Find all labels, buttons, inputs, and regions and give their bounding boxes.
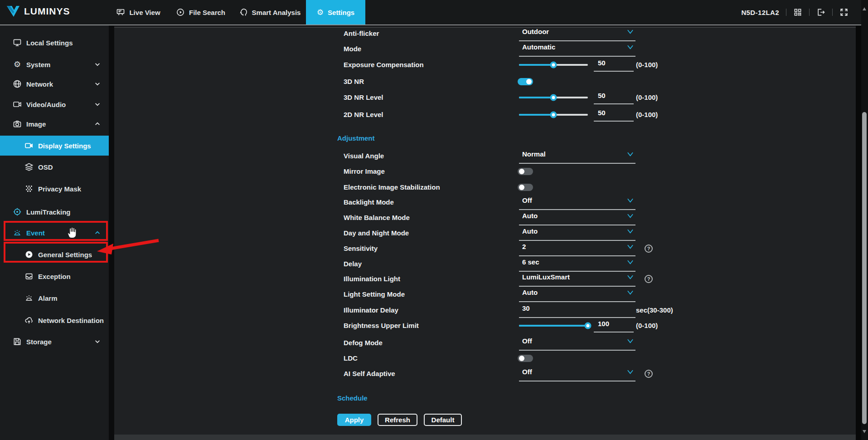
camera-icon (13, 119, 22, 128)
delay-dropdown[interactable]: 6 sec (519, 256, 635, 272)
default-button[interactable]: Default (424, 414, 462, 426)
anti-flicker-dropdown[interactable]: Outdoor (519, 26, 635, 41)
illuminator-delay-input[interactable]: 30 (519, 303, 635, 318)
content-right-divider (856, 25, 861, 440)
brightness-upper-limit-slider[interactable] (519, 324, 588, 328)
monitor-icon (13, 38, 22, 47)
scroll-down-arrow[interactable] (863, 430, 866, 433)
tab-file-search[interactable]: File Search (170, 0, 231, 24)
sidebar-item-storage[interactable]: Storage (0, 332, 109, 352)
3d-nr-level-slider[interactable] (519, 96, 588, 99)
illumination-light-dropdown[interactable]: LumiLuxSmart (519, 271, 635, 287)
3d-nr-toggle[interactable] (518, 78, 533, 85)
sidebar-item-privacy-mask[interactable]: Privacy Mask (0, 179, 109, 199)
play-circle-icon (24, 250, 34, 259)
exposure-compensation-input[interactable]: 50 (594, 57, 634, 72)
chevron-down-icon (627, 44, 634, 50)
slider-thumb[interactable] (550, 112, 557, 118)
mode-dropdown[interactable]: Automatic (519, 41, 635, 57)
ldc-toggle[interactable] (518, 355, 533, 362)
field-label: Brightness Upper Limit (344, 320, 419, 331)
slider-fill (519, 325, 588, 327)
sidebar-item-lumitracking[interactable]: LumiTracking (0, 202, 109, 222)
brightness-upper-limit-input[interactable]: 100 (594, 318, 634, 332)
sidebar-item-network-destination[interactable]: Network Destination (0, 310, 109, 330)
sidebar-item-label: Image (26, 120, 46, 128)
globe-icon (13, 79, 22, 88)
tab-smart-analysis[interactable]: Smart Analysis (233, 0, 306, 24)
fullscreen-icon[interactable] (839, 8, 849, 17)
2d-nr-level-input[interactable]: 50 (594, 107, 634, 122)
dropdown-value: Off (519, 335, 635, 347)
tab-settings[interactable]: ⚙ Settings (306, 0, 365, 24)
dropdown-value: Outdoor (519, 26, 635, 38)
scrollbar-thumb[interactable] (862, 112, 867, 424)
chevron-down-icon (627, 369, 634, 375)
logout-icon[interactable] (816, 8, 825, 17)
form-row: LDC (114, 353, 856, 364)
visual-angle-dropdown[interactable]: Normal (519, 148, 635, 164)
horizontal-scrollbar-track[interactable] (114, 435, 856, 440)
chevron-up-icon (94, 230, 101, 236)
chevron-down-icon (627, 198, 634, 203)
tab-live-view[interactable]: Live View (109, 0, 168, 24)
range-hint: (0-100) (636, 92, 658, 103)
sidebar-item-event[interactable]: Event (0, 223, 109, 243)
2d-nr-level-slider[interactable] (519, 113, 588, 117)
dropdown-value: Auto (519, 225, 635, 237)
defog-mode-dropdown[interactable]: Off (519, 335, 635, 351)
eis-toggle[interactable] (518, 184, 533, 191)
vertical-scrollbar[interactable] (861, 0, 868, 440)
help-icon[interactable] (645, 275, 653, 283)
topright-toolbar: N5D-12LA2 (741, 0, 849, 24)
help-icon[interactable] (645, 244, 653, 253)
sidebar-item-label: Network Destination (38, 317, 104, 324)
sidebar-item-label: General Settings (38, 251, 92, 259)
sidebar-item-system[interactable]: ⚙ System (0, 54, 109, 74)
toggle-knob (519, 356, 524, 361)
day-night-mode-dropdown[interactable]: Auto (519, 225, 635, 241)
sidebar-item-network[interactable]: Network (0, 74, 109, 94)
scroll-up-arrow[interactable] (863, 7, 866, 10)
sidebar-item-video-audio[interactable]: Video/Audio (0, 94, 109, 114)
file-search-icon (176, 8, 185, 17)
range-hint: sec(30-300) (636, 305, 673, 316)
ai-self-adaptive-dropdown[interactable]: Off (519, 366, 635, 381)
help-icon[interactable] (645, 370, 653, 378)
slider-thumb[interactable] (585, 323, 592, 329)
qr-code-icon[interactable] (793, 8, 802, 17)
tab-label: File Search (189, 9, 225, 16)
mirror-image-toggle[interactable] (518, 168, 533, 175)
sidebar-item-display-settings[interactable]: Display Settings (0, 136, 109, 156)
sidebar-item-exception[interactable]: Exception (0, 266, 109, 286)
slider-thumb[interactable] (550, 62, 557, 68)
toggle-knob (519, 169, 524, 174)
luminys-logo-icon (6, 5, 20, 17)
dropdown-value: Off (519, 366, 635, 378)
sidebar-item-general-settings[interactable]: General Settings (0, 244, 109, 264)
slider-thumb[interactable] (550, 94, 557, 101)
input-value: 30 (519, 303, 635, 314)
sidebar-item-alarm[interactable]: Alarm (0, 288, 109, 308)
sidebar-item-osd[interactable]: OSD (0, 157, 109, 177)
settings-sidebar: Local Settings ⚙ System Network Video/Au… (0, 25, 109, 440)
chevron-down-icon (627, 229, 634, 234)
field-label: LDC (344, 353, 358, 364)
refresh-button[interactable]: Refresh (378, 414, 417, 426)
light-setting-mode-dropdown[interactable]: Auto (519, 287, 635, 302)
apply-button[interactable]: Apply (337, 414, 371, 426)
backlight-mode-dropdown[interactable]: Off (519, 195, 635, 210)
tab-label: Smart Analysis (252, 9, 301, 16)
form-row: Delay 6 sec (114, 259, 856, 269)
sidebar-item-label: Network (26, 80, 53, 88)
sensitivity-dropdown[interactable]: 2 (519, 241, 635, 256)
sidebar-item-local-settings[interactable]: Local Settings (0, 33, 109, 53)
3d-nr-level-input[interactable]: 50 (594, 90, 634, 104)
navbar-divider (0, 24, 861, 25)
exposure-compensation-slider[interactable] (519, 63, 588, 67)
field-label: Exposure Compensation (344, 59, 424, 70)
sidebar-item-image[interactable]: Image (0, 114, 109, 134)
white-balance-mode-dropdown[interactable]: Auto (519, 210, 635, 225)
form-row: Sensitivity 2 (114, 243, 856, 254)
field-label: 3D NR Level (344, 92, 383, 103)
